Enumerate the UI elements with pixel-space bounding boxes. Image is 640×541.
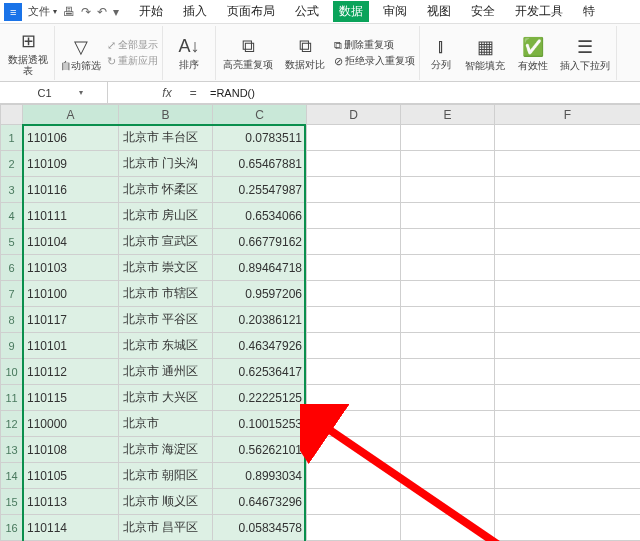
cell[interactable] xyxy=(495,229,641,255)
app-menu-button[interactable]: ≡ xyxy=(4,3,22,21)
cell[interactable]: 北京市 宣武区 xyxy=(119,229,213,255)
cell[interactable] xyxy=(495,385,641,411)
cell[interactable]: 110116 xyxy=(23,177,119,203)
row-header[interactable]: 8 xyxy=(1,307,23,333)
cell[interactable] xyxy=(495,255,641,281)
cell[interactable] xyxy=(495,463,641,489)
file-menu[interactable]: 文件 ▾ xyxy=(24,3,61,21)
row-header[interactable]: 3 xyxy=(1,177,23,203)
remove-duplicates-button[interactable]: ⧉删除重复项 xyxy=(334,38,415,52)
cell[interactable]: 北京市 顺义区 xyxy=(119,489,213,515)
cell[interactable]: 0.64673296 xyxy=(213,489,307,515)
cell[interactable] xyxy=(495,411,641,437)
tab-pagelayout[interactable]: 页面布局 xyxy=(221,1,281,22)
cell[interactable] xyxy=(495,125,641,151)
cell[interactable]: 北京市 xyxy=(119,411,213,437)
smart-fill-button[interactable]: ▦ 智能填充 xyxy=(462,28,508,78)
tab-review[interactable]: 审阅 xyxy=(377,1,413,22)
reject-duplicates-button[interactable]: ⊘拒绝录入重复项 xyxy=(334,54,415,68)
cell[interactable] xyxy=(401,229,495,255)
cell[interactable] xyxy=(401,515,495,541)
cell[interactable]: 0.46347926 xyxy=(213,333,307,359)
cell[interactable] xyxy=(401,359,495,385)
reapply-button[interactable]: ↻重新应用 xyxy=(107,54,158,68)
insert-function-button[interactable]: fx xyxy=(154,86,180,100)
cell[interactable] xyxy=(401,203,495,229)
cell[interactable]: 110106 xyxy=(23,125,119,151)
cell[interactable] xyxy=(495,437,641,463)
cell[interactable] xyxy=(401,125,495,151)
cell[interactable]: 北京市 崇文区 xyxy=(119,255,213,281)
row-header[interactable]: 4 xyxy=(1,203,23,229)
cell[interactable] xyxy=(307,125,401,151)
cell[interactable]: 110105 xyxy=(23,463,119,489)
cell[interactable]: 北京市 丰台区 xyxy=(119,125,213,151)
cell[interactable]: 0.89464718 xyxy=(213,255,307,281)
text-to-columns-button[interactable]: ⫿ 分列 xyxy=(424,28,458,78)
cell[interactable]: 110104 xyxy=(23,229,119,255)
highlight-duplicates-button[interactable]: ⧉ 高亮重复项 xyxy=(220,28,276,78)
cell[interactable] xyxy=(307,307,401,333)
cell[interactable]: 北京市 怀柔区 xyxy=(119,177,213,203)
tab-special[interactable]: 特 xyxy=(577,1,601,22)
print-icon[interactable]: 🖶 xyxy=(63,5,75,19)
cell[interactable]: 北京市 平谷区 xyxy=(119,307,213,333)
cell[interactable] xyxy=(401,489,495,515)
validation-button[interactable]: ✅ 有效性 xyxy=(512,28,554,78)
redo-icon[interactable]: ↷ xyxy=(81,5,91,19)
cell[interactable]: 北京市 朝阳区 xyxy=(119,463,213,489)
cell[interactable]: 0.66779162 xyxy=(213,229,307,255)
cell[interactable] xyxy=(307,359,401,385)
cell[interactable]: 0.10015253 xyxy=(213,411,307,437)
row-header[interactable]: 6 xyxy=(1,255,23,281)
cell[interactable]: 北京市 通州区 xyxy=(119,359,213,385)
row-header[interactable]: 7 xyxy=(1,281,23,307)
cell[interactable]: 0.22225125 xyxy=(213,385,307,411)
tab-devtools[interactable]: 开发工具 xyxy=(509,1,569,22)
cell[interactable]: 110114 xyxy=(23,515,119,541)
cell[interactable] xyxy=(307,229,401,255)
cell[interactable]: 0.56262101 xyxy=(213,437,307,463)
cell[interactable] xyxy=(307,463,401,489)
cell[interactable]: 0.25547987 xyxy=(213,177,307,203)
cell[interactable] xyxy=(401,177,495,203)
col-header-F[interactable]: F xyxy=(495,105,641,125)
cell[interactable] xyxy=(401,437,495,463)
cell[interactable]: 0.05834578 xyxy=(213,515,307,541)
col-header-D[interactable]: D xyxy=(307,105,401,125)
cell[interactable]: 北京市 市辖区 xyxy=(119,281,213,307)
row-header[interactable]: 14 xyxy=(1,463,23,489)
cell[interactable] xyxy=(307,333,401,359)
cell[interactable] xyxy=(401,411,495,437)
undo-icon[interactable]: ↶ xyxy=(97,5,107,19)
cell[interactable] xyxy=(495,203,641,229)
cell[interactable] xyxy=(495,489,641,515)
cell[interactable] xyxy=(401,333,495,359)
cell[interactable] xyxy=(495,333,641,359)
formula-input[interactable]: =RAND() xyxy=(206,87,640,99)
cell[interactable]: 北京市 门头沟 xyxy=(119,151,213,177)
cell[interactable]: 110101 xyxy=(23,333,119,359)
row-header[interactable]: 9 xyxy=(1,333,23,359)
cell[interactable] xyxy=(307,385,401,411)
cell[interactable]: 110112 xyxy=(23,359,119,385)
cell[interactable] xyxy=(307,489,401,515)
row-header[interactable]: 15 xyxy=(1,489,23,515)
cell[interactable] xyxy=(401,307,495,333)
cell[interactable]: 110115 xyxy=(23,385,119,411)
row-header[interactable]: 11 xyxy=(1,385,23,411)
show-all-button[interactable]: ⤢全部显示 xyxy=(107,38,158,52)
cell[interactable]: 110117 xyxy=(23,307,119,333)
cell[interactable] xyxy=(307,281,401,307)
cell[interactable]: 北京市 海淀区 xyxy=(119,437,213,463)
cell[interactable] xyxy=(495,281,641,307)
row-header[interactable]: 13 xyxy=(1,437,23,463)
cell[interactable] xyxy=(307,411,401,437)
data-compare-button[interactable]: ⧉ 数据对比 xyxy=(280,28,330,78)
row-header[interactable]: 12 xyxy=(1,411,23,437)
cell[interactable] xyxy=(307,203,401,229)
cell[interactable]: 0.62536417 xyxy=(213,359,307,385)
cell[interactable]: 北京市 东城区 xyxy=(119,333,213,359)
pivot-table-button[interactable]: ⊞ 数据透视表 xyxy=(6,28,50,78)
cell[interactable] xyxy=(307,515,401,541)
